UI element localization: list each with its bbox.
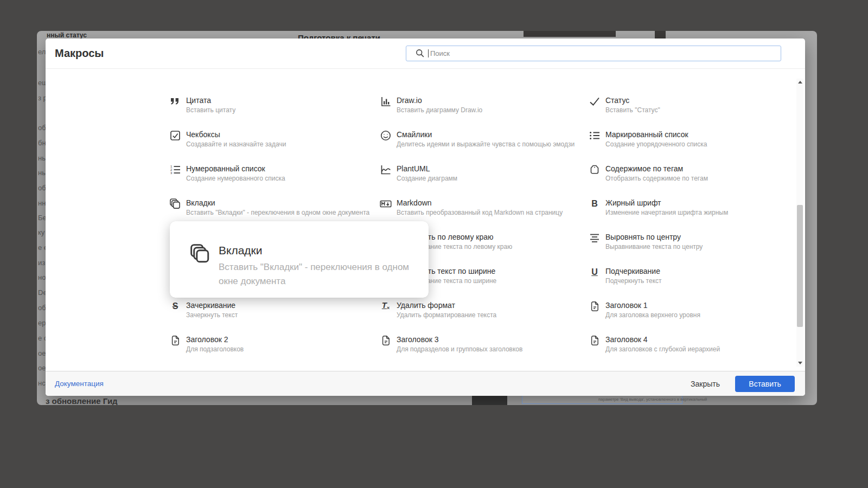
macro-item[interactable]: S Зачеркивание Зачеркнуть текст bbox=[169, 300, 380, 335]
backdrop-text-fragment: из bbox=[38, 259, 45, 267]
dialog-footer: Документация Закрыть Вставить bbox=[46, 371, 805, 396]
macro-item-desc: Для подзаголовков bbox=[186, 345, 244, 354]
macro-item[interactable]: Смайлики Делитесь идеями и выражайте чув… bbox=[380, 130, 589, 164]
drawio-chart-icon bbox=[380, 95, 392, 107]
macro-item-title: Статус bbox=[605, 95, 660, 105]
macro-item[interactable]: PlantUML Создание диаграмм bbox=[380, 164, 589, 198]
macro-item[interactable]: B Жирный шрифт Изменение начертания шриф… bbox=[589, 198, 789, 232]
macro-item-title: Жирный шрифт bbox=[605, 198, 728, 208]
macro-item[interactable]: 123 Нумерованный список Создание нумеров… bbox=[169, 164, 380, 198]
macro-item[interactable]: Заголовок 1 Для заголовка верхнего уровн… bbox=[589, 300, 789, 335]
heading-doc-icon bbox=[589, 335, 601, 346]
macro-item[interactable]: T× Удалить формат Удалить форматирование… bbox=[380, 300, 589, 335]
macro-item-desc: Удалить форматирование текста bbox=[397, 311, 496, 319]
macro-item-desc: Вставить диаграмму Draw.io bbox=[397, 106, 482, 114]
macro-item-desc: Для подразделов и групповых заголовков bbox=[397, 345, 522, 354]
clear-format-icon: T× bbox=[380, 300, 392, 312]
app-window: нный статус Подготовка к печати елиещз р… bbox=[37, 31, 817, 405]
macro-item-title: Чекбоксы bbox=[186, 130, 286, 139]
backdrop-text-fragment: нь bbox=[38, 154, 46, 162]
tag-icon bbox=[589, 164, 601, 176]
smiley-icon bbox=[380, 130, 392, 142]
macro-item[interactable]: Чекбоксы Создавайте и назначайте задачи bbox=[169, 130, 380, 164]
macro-item-desc: Выравнивание текста по центру bbox=[605, 242, 703, 251]
backdrop-text-fragment: ое bbox=[38, 349, 46, 357]
underline-icon: U bbox=[589, 266, 601, 278]
tabs-icon bbox=[169, 198, 181, 210]
svg-text:3: 3 bbox=[170, 171, 173, 175]
macro-item[interactable]: Заголовок 4 Для заголовков с глубокой ие… bbox=[589, 335, 789, 369]
macro-item-title: Вкладки bbox=[186, 198, 369, 208]
dialog-body: Цитата Вставить цитату Draw.io Вставить … bbox=[46, 69, 805, 371]
macro-item-title: Зачеркивание bbox=[186, 300, 238, 310]
macro-item-title: Содержимое по тегам bbox=[605, 164, 708, 174]
documentation-link[interactable]: Документация bbox=[55, 380, 104, 388]
backdrop-dark-bar bbox=[524, 31, 616, 37]
macro-item[interactable]: Содержимое по тегам Отобразить содержимо… bbox=[589, 164, 789, 198]
backdrop-text-fragment: об bbox=[38, 124, 46, 132]
heading-doc-icon bbox=[169, 335, 181, 346]
backdrop-text-fragment: об bbox=[38, 304, 46, 312]
strikethrough-icon: S bbox=[169, 300, 181, 312]
scroll-down-icon[interactable] bbox=[798, 362, 802, 364]
quote-icon bbox=[169, 95, 181, 107]
macro-item-desc: Изменение начертания шрифта жирным bbox=[605, 208, 728, 217]
macro-item-title: Цитата bbox=[186, 95, 235, 105]
search-input[interactable] bbox=[406, 46, 781, 61]
macro-item-title: Нумерованный список bbox=[186, 164, 285, 174]
macro-item[interactable]: Статус Вставить "Статус" bbox=[589, 95, 789, 130]
tooltip-title: Вкладки bbox=[219, 244, 263, 257]
backdrop-update-fragment: з обновление Гид bbox=[46, 396, 118, 405]
backdrop-text-fragment: ер bbox=[38, 319, 46, 327]
macro-item[interactable]: Цитата Вставить цитату bbox=[169, 95, 380, 130]
area-chart-icon bbox=[380, 164, 392, 176]
backdrop-text-fragment: ое bbox=[38, 364, 46, 372]
dialog-header: Макросы bbox=[46, 38, 805, 69]
macro-item-title: PlantUML bbox=[397, 164, 457, 174]
macro-item-title: Удалить формат bbox=[397, 300, 496, 310]
macro-item[interactable]: Заголовок 2 Для подзаголовков bbox=[169, 335, 380, 369]
scrollbar[interactable] bbox=[796, 79, 803, 367]
macro-item-title: Подчеркивание bbox=[605, 266, 662, 276]
backdrop-status-fragment: нный статус bbox=[47, 31, 87, 39]
macro-item-desc: Создание диаграмм bbox=[397, 174, 457, 183]
scroll-up-icon[interactable] bbox=[798, 81, 802, 84]
search-field bbox=[406, 46, 781, 61]
macro-item-title: Выровнять по центру bbox=[605, 232, 703, 242]
macro-item-desc: Создавайте и назначайте задачи bbox=[186, 140, 286, 149]
bold-icon: B bbox=[589, 198, 601, 210]
macro-item[interactable]: Маркированный список Создание упорядочен… bbox=[589, 130, 789, 164]
align-center-icon bbox=[589, 232, 601, 244]
macro-item-desc: Делитесь идеями и выражайте чувства с по… bbox=[397, 140, 575, 149]
status-check-icon bbox=[589, 95, 601, 107]
macro-item-title: Заголовок 1 bbox=[605, 300, 700, 310]
close-button[interactable]: Закрыть bbox=[691, 380, 720, 388]
macro-item-desc: Зачеркнуть текст bbox=[186, 311, 238, 319]
macro-item-desc: Создание нумерованного списка bbox=[186, 174, 285, 183]
macro-item-desc: Отобразить содержимое по тегам bbox=[605, 174, 708, 183]
text-cursor bbox=[428, 49, 429, 57]
macro-tooltip: Вкладки Вставить "Вкладки" - переключени… bbox=[170, 221, 429, 298]
macro-item-title: Заголовок 3 bbox=[397, 335, 522, 344]
search-icon bbox=[415, 48, 425, 58]
bullet-list-icon bbox=[589, 130, 601, 142]
backdrop-text-fragment: но bbox=[38, 273, 46, 281]
macro-item-title: Заголовок 4 bbox=[605, 335, 720, 344]
macro-item-desc: Вставить преобразованный код Markdown на… bbox=[397, 208, 563, 217]
heading-doc-icon bbox=[589, 300, 601, 312]
macro-item-desc: Вставить "Статус" bbox=[605, 106, 660, 114]
markdown-icon bbox=[380, 198, 392, 210]
macro-item[interactable]: U Подчеркивание Подчеркнуть текст bbox=[589, 266, 789, 300]
backdrop-param-text-fragment: параметре 'Вид вывода', установленного в… bbox=[598, 397, 707, 402]
macro-item[interactable]: Draw.io Вставить диаграмму Draw.io bbox=[380, 95, 589, 130]
macro-item[interactable]: Заголовок 3 Для подразделов и групповых … bbox=[380, 335, 589, 369]
footer-buttons: Закрыть Вставить bbox=[691, 376, 795, 392]
scrollbar-thumb[interactable] bbox=[797, 205, 803, 327]
macro-item-title: Draw.io bbox=[397, 95, 482, 105]
insert-button[interactable]: Вставить bbox=[735, 376, 795, 392]
macro-item[interactable]: Выровнять по центру Выравнивание текста … bbox=[589, 232, 789, 266]
tooltip-description: Вставить "Вкладки" - переключения в одно… bbox=[219, 260, 420, 288]
macro-item-desc: Для заголовка верхнего уровня bbox=[605, 311, 700, 319]
macro-item-title: Маркированный список bbox=[605, 130, 707, 139]
heading-doc-icon bbox=[380, 335, 392, 346]
